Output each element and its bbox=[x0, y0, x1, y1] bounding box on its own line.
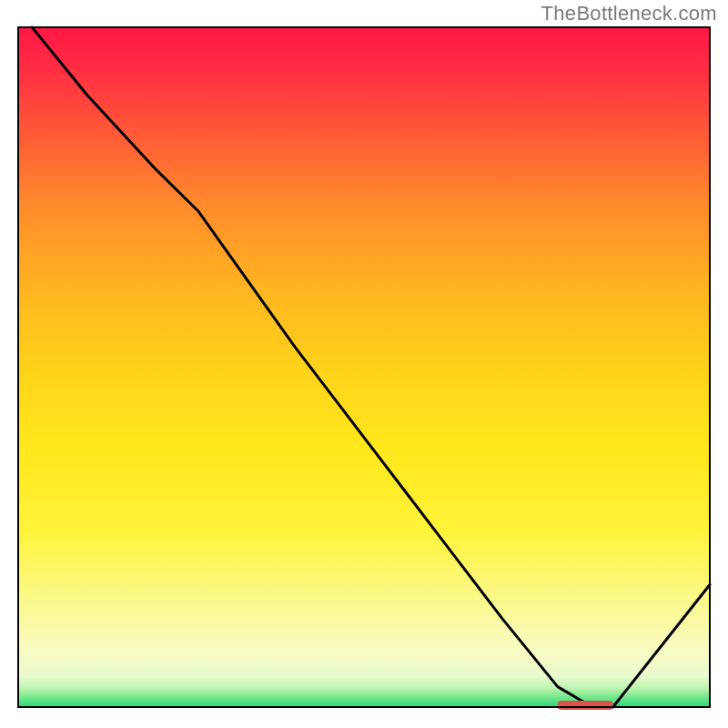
chart-svg bbox=[0, 0, 728, 728]
plot-background bbox=[18, 27, 710, 707]
minimum-marker bbox=[558, 701, 613, 710]
chart-container: TheBottleneck.com bbox=[0, 0, 728, 728]
